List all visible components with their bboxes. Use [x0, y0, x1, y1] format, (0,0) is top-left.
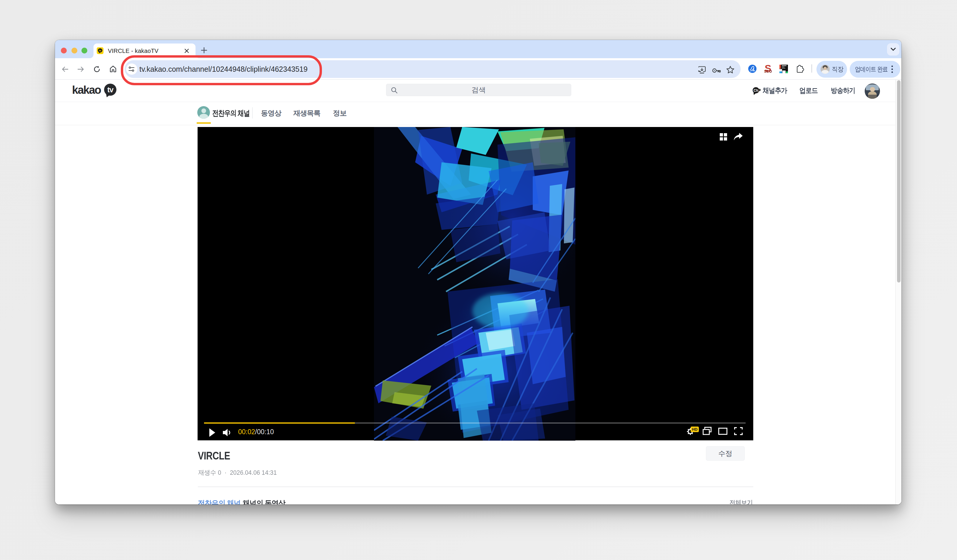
svg-text:tv: tv [99, 49, 101, 52]
svg-text:tv: tv [107, 85, 114, 94]
svg-text:Ch: Ch [753, 88, 758, 93]
